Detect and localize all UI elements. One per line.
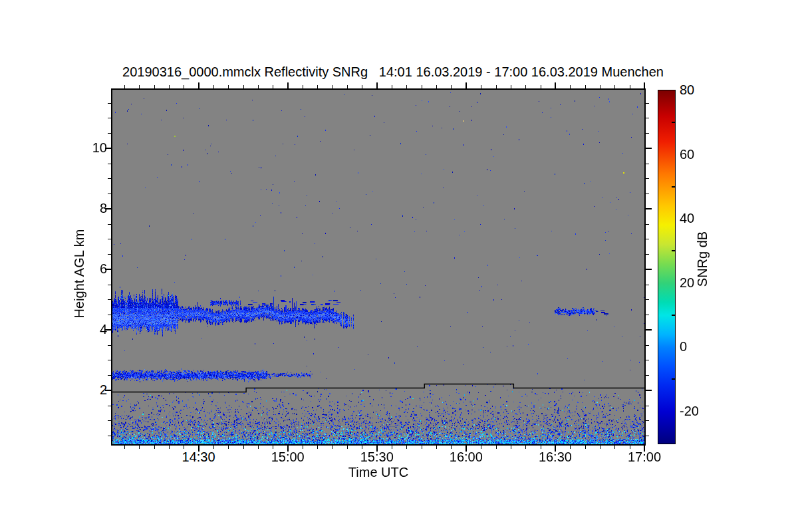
x-tick-minor-top — [243, 85, 244, 88]
x-tick-minor — [511, 446, 511, 449]
y-tick-minor — [108, 103, 111, 104]
y-tick-minor — [108, 406, 111, 406]
x-tick-minor — [392, 446, 392, 449]
x-tick-label: 17:00 — [604, 450, 684, 465]
y-tick-minor — [108, 164, 111, 164]
y-tick-minor — [108, 375, 111, 376]
x-tick-minor — [451, 446, 452, 449]
y-tick-minor-right — [646, 103, 649, 104]
plot-area — [111, 88, 646, 446]
y-tick-major-right — [646, 269, 652, 270]
x-tick-minor — [303, 446, 303, 449]
x-tick-minor-top — [303, 85, 303, 88]
x-tick-minor — [496, 446, 497, 449]
x-tick-minor-top — [228, 85, 229, 88]
y-tick-minor-right — [646, 164, 649, 164]
y-tick-minor — [108, 360, 111, 360]
x-tick-minor-top — [273, 85, 273, 88]
x-tick-minor-top — [541, 85, 541, 88]
y-tick-minor-right — [646, 360, 649, 360]
y-tick-minor — [108, 239, 111, 239]
x-tick-minor — [585, 446, 586, 449]
x-tick-minor — [347, 446, 348, 449]
x-tick-minor — [600, 446, 600, 449]
x-tick-minor-top — [139, 85, 140, 88]
x-tick-minor-top — [392, 85, 392, 88]
x-tick-major-top — [287, 82, 289, 88]
y-tick-minor-right — [646, 436, 649, 436]
colorbar-tick-label: 0 — [680, 339, 720, 354]
x-tick-minor-top — [422, 85, 422, 88]
x-tick-minor — [154, 446, 155, 449]
x-tick-minor — [213, 446, 214, 449]
x-tick-minor — [258, 446, 259, 449]
x-tick-minor-top — [630, 85, 630, 88]
x-tick-major-top — [466, 82, 467, 88]
x-tick-label: 14:30 — [159, 450, 239, 465]
x-tick-major-top — [198, 82, 200, 88]
x-tick-minor-top — [258, 85, 259, 88]
y-tick-minor — [108, 345, 111, 346]
y-tick-major-right — [646, 208, 652, 209]
x-tick-minor-top — [585, 85, 586, 88]
y-tick-minor-right — [646, 178, 649, 179]
x-tick-minor-top — [570, 85, 571, 88]
y-tick-minor-right — [646, 375, 649, 376]
y-tick-minor — [108, 224, 111, 225]
x-tick-minor — [169, 446, 170, 449]
chart-title: 20190316_0000.mmclx Reflectivity SNRg 14… — [0, 65, 786, 80]
y-tick-minor — [108, 436, 111, 436]
x-tick-minor — [614, 446, 615, 449]
y-tick-minor-right — [646, 194, 649, 194]
y-tick-label: 10 — [61, 140, 107, 156]
colorbar-minor-tick — [672, 250, 675, 251]
y-tick-minor — [108, 285, 111, 285]
y-tick-minor — [108, 299, 111, 300]
x-tick-minor-top — [347, 85, 348, 88]
y-tick-minor — [108, 194, 111, 194]
x-tick-label: 15:00 — [248, 450, 328, 465]
x-tick-minor — [630, 446, 630, 449]
x-axis-title: Time UTC — [312, 465, 445, 480]
x-tick-minor-top — [213, 85, 214, 88]
y-tick-minor-right — [646, 299, 649, 300]
x-tick-label: 16:30 — [515, 450, 595, 465]
y-tick-minor-right — [646, 254, 649, 255]
x-tick-minor — [570, 446, 571, 449]
colorbar-tick-label: -20 — [680, 404, 720, 419]
colorbar-tick-label: 60 — [680, 147, 720, 162]
x-tick-minor-top — [362, 85, 362, 88]
y-tick-major-right — [646, 148, 652, 149]
y-tick-major-right — [646, 329, 652, 331]
x-tick-minor — [184, 446, 184, 449]
colorbar — [658, 90, 676, 444]
y-axis-title: Height AGL km — [72, 201, 87, 347]
y-tick-minor-right — [646, 406, 649, 406]
x-tick-minor — [317, 446, 318, 449]
colorbar-minor-tick — [672, 315, 675, 316]
x-tick-minor — [124, 446, 125, 449]
plot-canvas — [112, 90, 644, 444]
x-tick-minor-top — [124, 85, 125, 88]
x-tick-minor-top — [436, 85, 437, 88]
y-tick-minor-right — [646, 239, 649, 239]
x-tick-minor — [362, 446, 362, 449]
x-tick-minor-top — [511, 85, 511, 88]
y-tick-minor-right — [646, 315, 649, 315]
colorbar-minor-tick — [672, 186, 675, 188]
x-tick-minor — [139, 446, 140, 449]
y-tick-minor-right — [646, 285, 649, 285]
x-tick-minor — [481, 446, 481, 449]
y-tick-minor-right — [646, 118, 649, 118]
colorbar-minor-tick — [672, 378, 675, 380]
x-tick-minor-top — [451, 85, 452, 88]
y-tick-minor-right — [646, 420, 649, 421]
x-tick-minor-top — [317, 85, 318, 88]
y-tick-label: 2 — [61, 382, 107, 398]
x-tick-minor-top — [614, 85, 615, 88]
x-tick-minor-top — [525, 85, 526, 88]
colorbar-label: SNRg dB — [695, 206, 710, 313]
colorbar-tick-label: 80 — [680, 82, 720, 98]
y-tick-minor — [108, 420, 111, 421]
x-tick-minor — [243, 446, 244, 449]
